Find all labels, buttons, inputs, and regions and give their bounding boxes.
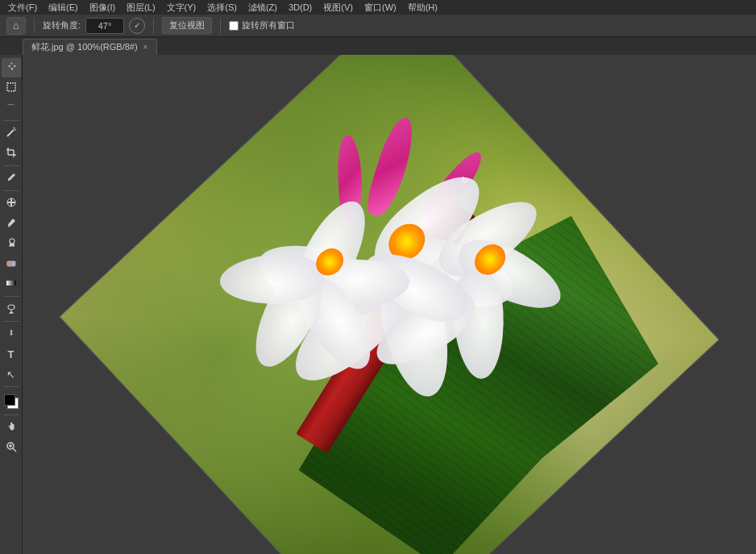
tool-separator-7 (3, 414, 19, 415)
tool-separator-5 (3, 321, 19, 322)
tool-separator-6 (3, 386, 19, 387)
tool-hand[interactable] (2, 418, 21, 437)
crop-icon (6, 147, 17, 160)
rotate-all-label: 旋转所有窗口 (229, 19, 295, 31)
rect-select-icon (6, 81, 17, 95)
text-icon: T (8, 348, 15, 360)
svg-point-15 (8, 305, 15, 310)
svg-point-11 (10, 239, 15, 244)
svg-line-19 (13, 448, 16, 452)
tool-separator-1 (3, 120, 19, 121)
menu-image[interactable]: 图像(I) (85, 1, 120, 15)
document-tab[interactable]: 鲜花.jpg @ 100%(RGB/8#) × (23, 39, 157, 55)
rotate-label: 旋转角度: (43, 19, 81, 31)
tool-text[interactable]: T (2, 344, 21, 364)
tool-dodge[interactable] (2, 299, 21, 319)
color-swatches[interactable] (4, 394, 19, 409)
hand-icon (6, 421, 17, 435)
pen-icon (6, 327, 17, 341)
tool-zoom[interactable] (2, 438, 21, 457)
stamp-icon (6, 237, 17, 251)
tab-label: 鲜花.jpg @ 100%(RGB/8#) (31, 41, 138, 53)
svg-line-1 (7, 130, 14, 136)
separator-2 (153, 18, 154, 34)
menu-file[interactable]: 文件(F) (3, 1, 42, 15)
reset-view-button[interactable]: 复位视图 (162, 17, 212, 34)
tool-brush[interactable] (2, 214, 21, 233)
menu-help[interactable]: 帮助(H) (403, 1, 442, 15)
rotate-input[interactable] (85, 18, 124, 34)
tool-magic-wand[interactable] (2, 123, 21, 143)
zoom-icon (6, 441, 17, 455)
main-area: ⌒ (0, 55, 756, 554)
tool-eraser[interactable] (2, 254, 21, 273)
foreground-color-swatch[interactable] (4, 394, 15, 406)
svg-rect-9 (7, 202, 15, 203)
eyedropper-icon (6, 172, 17, 185)
menu-filter[interactable]: 滤镜(Z) (243, 1, 282, 15)
move-icon (6, 61, 17, 75)
confirm-rotate-button[interactable]: ✓ (129, 18, 145, 34)
tool-path-select[interactable]: ↖ (2, 364, 21, 384)
menu-window[interactable]: 窗口(W) (359, 1, 401, 15)
toolbar: ⌒ (0, 55, 23, 554)
menu-3d[interactable]: 3D(D) (284, 2, 317, 13)
gradient-icon (6, 277, 17, 291)
brush-icon (6, 217, 17, 231)
tool-move[interactable] (2, 58, 21, 77)
check-icon: ✓ (134, 21, 140, 30)
tool-lasso[interactable]: ⌒ (2, 98, 21, 118)
eraser-icon (6, 257, 17, 271)
heal-icon (6, 197, 17, 210)
canvas-area[interactable]: ↻ (23, 55, 756, 554)
svg-rect-0 (7, 83, 15, 91)
tool-separator-4 (3, 296, 19, 297)
rotated-canvas-wrapper: ↻ (59, 55, 720, 554)
wand-icon (6, 127, 17, 140)
dodge-icon (6, 302, 17, 316)
menu-text[interactable]: 文字(Y) (162, 1, 201, 15)
path-select-icon: ↖ (6, 369, 15, 381)
menu-select[interactable]: 选择(S) (202, 1, 242, 15)
rotate-all-text: 旋转所有窗口 (242, 19, 295, 31)
tool-crop[interactable] (2, 144, 21, 163)
separator-1 (34, 18, 35, 34)
home-icon: ⌂ (13, 19, 19, 31)
menu-view[interactable]: 视图(V) (318, 1, 358, 15)
menu-layer[interactable]: 图层(L) (122, 1, 160, 15)
options-bar: ⌂ 旋转角度: ✓ 复位视图 旋转所有窗口 (0, 15, 756, 37)
svg-rect-14 (6, 281, 16, 285)
menu-bar: 文件(F) 编辑(E) 图像(I) 图层(L) 文字(Y) 选择(S) 滤镜(Z… (0, 0, 756, 15)
menu-edit[interactable]: 编辑(E) (44, 1, 83, 15)
tool-separator-2 (3, 165, 19, 166)
tool-pen[interactable] (2, 324, 21, 344)
separator-3 (220, 18, 221, 34)
tool-gradient[interactable] (2, 274, 21, 294)
flower-canvas: ↻ (59, 55, 720, 554)
svg-rect-13 (11, 261, 15, 266)
tool-heal[interactable] (2, 194, 21, 213)
tool-stamp[interactable] (2, 234, 21, 253)
lasso-icon: ⌒ (6, 102, 15, 115)
rotate-all-checkbox[interactable] (229, 21, 239, 31)
tab-bar: 鲜花.jpg @ 100%(RGB/8#) × (0, 37, 756, 55)
shadow-overlay (60, 55, 719, 554)
home-button[interactable]: ⌂ (6, 17, 26, 35)
tab-close-button[interactable]: × (143, 43, 149, 52)
tool-rect-select[interactable] (2, 78, 21, 98)
tool-eyedropper[interactable] (2, 169, 21, 188)
tool-separator-3 (3, 190, 19, 191)
